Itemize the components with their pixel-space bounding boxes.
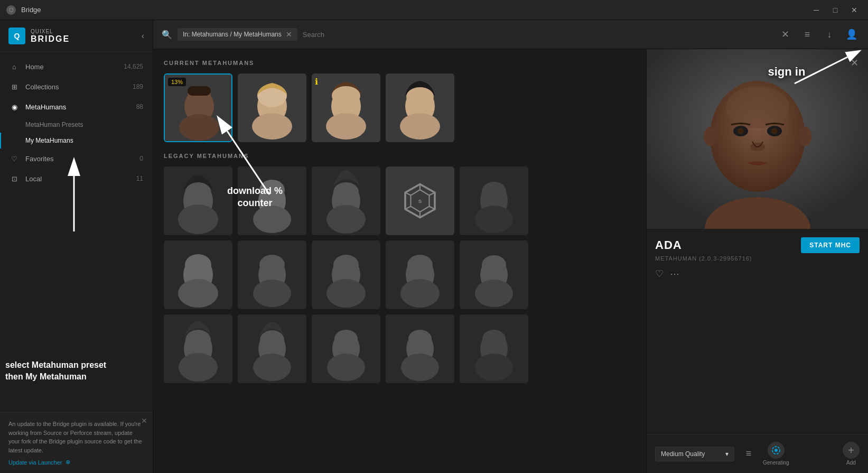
search-tag: In: Metahumans / My MetaHumans ✕: [178, 28, 297, 41]
svg-point-48: [253, 280, 291, 307]
legacy-card-1[interactable]: [164, 166, 232, 235]
sidebar-item-local-count: 11: [136, 175, 143, 182]
sidebar-item-my-metahumans-label: My MetaHumans: [25, 137, 73, 144]
legacy-section: LEGACY METAHUMANS: [164, 153, 636, 383]
svg-text:S: S: [418, 198, 422, 204]
legacy-card-5[interactable]: [460, 166, 528, 235]
svg-point-76: [401, 354, 439, 381]
update-link[interactable]: Update via Launcher ⊕: [8, 459, 144, 466]
legacy-card-3[interactable]: [312, 166, 380, 235]
legacy-row-3: [164, 314, 636, 383]
asset-card-brunette[interactable]: ℹ: [312, 73, 380, 142]
search-input[interactable]: [303, 31, 772, 39]
svg-point-68: [253, 354, 291, 381]
asset-card-dark-hair[interactable]: [386, 73, 454, 142]
logo-quixel: Quixel: [31, 29, 70, 34]
sidebar-item-favorites-count: 0: [139, 155, 143, 162]
sidebar-item-collections-label: Collections: [25, 83, 59, 91]
legacy-card-15[interactable]: [460, 314, 528, 383]
legacy-card-8[interactable]: [312, 240, 380, 309]
sidebar-item-local[interactable]: ⊡ Local 11: [0, 169, 153, 189]
like-button[interactable]: ♡: [655, 268, 664, 280]
search-input-wrap: [303, 30, 772, 39]
sidebar-item-favorites[interactable]: ♡ Favorites 0: [0, 149, 153, 169]
sidebar: Q Quixel BRIDGE ‹ ⌂ Home 14,625 ⊞: [0, 20, 153, 473]
asset-card-blonde[interactable]: [238, 73, 306, 142]
sidebar-item-collections[interactable]: ⊞ Collections 189: [0, 77, 153, 97]
sidebar-item-metahumans-count: 88: [136, 103, 143, 110]
generating-label: Generating: [763, 460, 789, 466]
svg-point-72: [327, 354, 365, 381]
sidebar-item-my-metahumans[interactable]: My MetaHumans: [0, 133, 153, 149]
sidebar-item-metahumans-label: MetaHumans: [25, 103, 66, 111]
detail-image: sign in: [647, 49, 868, 229]
titlebar: ⬡ Bridge ─ □ ✕: [0, 0, 868, 20]
sidebar-nav: ⌂ Home 14,625 ⊞ Collections 189 ◉ MetaHu…: [0, 52, 153, 412]
legacy-card-13[interactable]: [312, 314, 380, 383]
sidebar-item-metahuman-presets[interactable]: MetaHuman Presets: [0, 117, 153, 133]
info-badge: ℹ: [315, 77, 318, 87]
legacy-logo-card[interactable]: S: [386, 166, 454, 235]
update-link-label: Update via Launcher: [8, 459, 62, 466]
collapse-sidebar-button[interactable]: ‹: [142, 31, 144, 41]
quality-select[interactable]: Medium Quality ▾: [655, 447, 734, 461]
svg-point-56: [400, 279, 440, 308]
close-button[interactable]: ✕: [847, 3, 862, 17]
add-button[interactable]: + Add: [843, 442, 860, 466]
svg-point-85: [726, 86, 789, 128]
logo-icon: Q: [8, 27, 25, 44]
sidebar-item-home[interactable]: ⌂ Home 14,625: [0, 57, 153, 77]
filter-button[interactable]: ≡: [799, 26, 815, 42]
legacy-card-2[interactable]: [238, 166, 306, 235]
search-tag-close-button[interactable]: ✕: [286, 30, 292, 39]
sidebar-item-collections-count: 189: [133, 83, 143, 90]
sidebar-item-home-label: Home: [25, 63, 44, 71]
local-icon: ⊡: [10, 174, 19, 183]
svg-point-16: [406, 87, 434, 106]
svg-point-77: [408, 330, 432, 348]
legacy-section-title: LEGACY METAHUMANS: [164, 153, 636, 159]
svg-point-60: [475, 280, 513, 307]
start-mhc-button[interactable]: START MHC: [801, 237, 860, 253]
legacy-card-10[interactable]: [460, 240, 528, 309]
user-button[interactable]: 👤: [844, 26, 860, 42]
logo-bridge: BRIDGE: [31, 34, 70, 44]
legacy-card-9[interactable]: [386, 240, 454, 309]
legacy-row-2: [164, 240, 636, 309]
update-link-icon: ⊕: [66, 459, 70, 466]
search-clear-button[interactable]: ✕: [777, 26, 793, 42]
download-button[interactable]: ↓: [822, 26, 837, 42]
legacy-card-6[interactable]: [164, 240, 232, 309]
detail-info: ADA START MHC METAHUMAN (2.0.3-29956716)…: [647, 229, 868, 434]
svg-point-91: [704, 127, 716, 146]
more-options-button[interactable]: ⋯: [670, 268, 679, 280]
maximize-button[interactable]: □: [828, 3, 843, 17]
main-area: 🔍 In: Metahumans / My MetaHumans ✕ ✕ ≡ ↓…: [153, 20, 868, 473]
search-icon: 🔍: [162, 30, 172, 40]
legacy-card-14[interactable]: [386, 314, 454, 383]
svg-point-88: [738, 128, 744, 134]
metahumans-icon: ◉: [10, 102, 19, 112]
asset-card-ada[interactable]: 13%: [164, 73, 232, 142]
svg-point-23: [253, 206, 291, 233]
svg-point-45: [185, 254, 211, 275]
legacy-card-11[interactable]: [164, 314, 232, 383]
detail-filter-button[interactable]: ≡: [740, 445, 758, 463]
svg-point-11: [326, 113, 366, 140]
detail-close-button[interactable]: ✕: [847, 55, 862, 70]
legacy-card-12[interactable]: [238, 314, 306, 383]
svg-point-61: [482, 255, 506, 274]
add-label: Add: [846, 460, 856, 466]
sidebar-item-metahumans[interactable]: ◉ MetaHumans 88: [0, 97, 153, 117]
svg-point-15: [400, 113, 440, 140]
search-controls: ✕ ≡ ↓ 👤: [777, 26, 860, 42]
sidebar-item-presets-label: MetaHuman Presets: [25, 121, 83, 128]
generating-button[interactable]: Generating: [763, 442, 789, 466]
logo: Q Quixel BRIDGE: [8, 27, 70, 44]
minimize-button[interactable]: ─: [809, 3, 824, 17]
update-close-button[interactable]: ✕: [141, 416, 147, 425]
detail-panel: ✕: [646, 49, 868, 473]
legacy-card-7[interactable]: [238, 240, 306, 309]
svg-point-57: [407, 255, 433, 275]
app-icon: ⬡: [6, 5, 16, 15]
